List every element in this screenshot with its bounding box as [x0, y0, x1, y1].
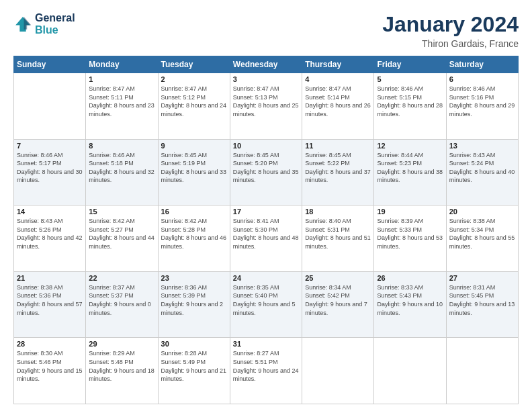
week-row-1: 1Sunrise: 8:47 AM Sunset: 5:11 PM Daylig… [14, 73, 519, 140]
page: General Blue January 2024 Thiron Gardais… [0, 0, 532, 411]
logo-line2: Blue [35, 24, 58, 36]
calendar-cell: 13Sunrise: 8:43 AM Sunset: 5:24 PM Dayli… [446, 139, 518, 205]
calendar-cell: 8Sunrise: 8:46 AM Sunset: 5:18 PM Daylig… [86, 139, 158, 205]
day-number: 28 [17, 340, 83, 348]
calendar-cell: 11Sunrise: 8:45 AM Sunset: 5:22 PM Dayli… [302, 139, 374, 205]
header: General Blue January 2024 Thiron Gardais… [13, 12, 519, 49]
calendar-cell: 21Sunrise: 8:38 AM Sunset: 5:36 PM Dayli… [14, 271, 86, 338]
logo-icon [13, 15, 32, 34]
calendar-cell: 23Sunrise: 8:36 AM Sunset: 5:39 PM Dayli… [158, 271, 230, 338]
day-number: 16 [161, 208, 227, 216]
day-number: 23 [161, 274, 227, 282]
calendar-cell: 29Sunrise: 8:29 AM Sunset: 5:48 PM Dayli… [86, 338, 158, 404]
cell-content: Sunrise: 8:27 AM Sunset: 5:51 PM Dayligh… [233, 349, 299, 383]
cell-content: Sunrise: 8:44 AM Sunset: 5:23 PM Dayligh… [377, 151, 443, 185]
logo-text: General Blue [35, 12, 75, 37]
cell-content: Sunrise: 8:45 AM Sunset: 5:19 PM Dayligh… [161, 151, 227, 185]
cell-content: Sunrise: 8:46 AM Sunset: 5:15 PM Dayligh… [377, 85, 443, 118]
calendar-cell: 12Sunrise: 8:44 AM Sunset: 5:23 PM Dayli… [374, 139, 446, 205]
cell-content: Sunrise: 8:36 AM Sunset: 5:39 PM Dayligh… [161, 283, 227, 317]
logo-line1: General [35, 12, 75, 24]
cell-content: Sunrise: 8:29 AM Sunset: 5:48 PM Dayligh… [89, 349, 154, 383]
cell-content: Sunrise: 8:39 AM Sunset: 5:33 PM Dayligh… [377, 217, 443, 250]
calendar-cell: 30Sunrise: 8:28 AM Sunset: 5:49 PM Dayli… [158, 338, 230, 404]
calendar-cell: 18Sunrise: 8:40 AM Sunset: 5:31 PM Dayli… [302, 205, 374, 272]
calendar-cell: 7Sunrise: 8:46 AM Sunset: 5:17 PM Daylig… [14, 139, 86, 205]
cell-content: Sunrise: 8:28 AM Sunset: 5:49 PM Dayligh… [161, 349, 227, 383]
calendar-cell: 1Sunrise: 8:47 AM Sunset: 5:11 PM Daylig… [86, 73, 158, 140]
calendar-cell: 22Sunrise: 8:37 AM Sunset: 5:37 PM Dayli… [86, 271, 158, 338]
cell-content: Sunrise: 8:33 AM Sunset: 5:43 PM Dayligh… [377, 283, 443, 317]
calendar-body: 1Sunrise: 8:47 AM Sunset: 5:11 PM Daylig… [14, 73, 519, 404]
calendar-cell: 9Sunrise: 8:45 AM Sunset: 5:19 PM Daylig… [158, 139, 230, 205]
week-row-2: 7Sunrise: 8:46 AM Sunset: 5:17 PM Daylig… [14, 139, 519, 205]
calendar-cell: 6Sunrise: 8:46 AM Sunset: 5:16 PM Daylig… [446, 73, 518, 140]
weekday-header-row: SundayMondayTuesdayWednesdayThursdayFrid… [14, 56, 519, 73]
calendar-cell: 31Sunrise: 8:27 AM Sunset: 5:51 PM Dayli… [230, 338, 302, 404]
cell-content: Sunrise: 8:41 AM Sunset: 5:30 PM Dayligh… [233, 217, 299, 250]
calendar-cell: 15Sunrise: 8:42 AM Sunset: 5:27 PM Dayli… [86, 205, 158, 272]
cell-content: Sunrise: 8:30 AM Sunset: 5:46 PM Dayligh… [17, 349, 83, 383]
day-number: 19 [377, 208, 443, 216]
cell-content: Sunrise: 8:31 AM Sunset: 5:45 PM Dayligh… [449, 283, 515, 317]
day-number: 5 [377, 75, 443, 83]
calendar-cell: 4Sunrise: 8:47 AM Sunset: 5:14 PM Daylig… [302, 73, 374, 140]
cell-content: Sunrise: 8:37 AM Sunset: 5:37 PM Dayligh… [89, 283, 154, 317]
calendar-cell: 20Sunrise: 8:38 AM Sunset: 5:34 PM Dayli… [446, 205, 518, 272]
day-number: 3 [233, 75, 299, 83]
day-number: 30 [161, 340, 227, 348]
calendar-cell: 2Sunrise: 8:47 AM Sunset: 5:12 PM Daylig… [158, 73, 230, 140]
cell-content: Sunrise: 8:38 AM Sunset: 5:36 PM Dayligh… [17, 283, 83, 317]
cell-content: Sunrise: 8:35 AM Sunset: 5:40 PM Dayligh… [233, 283, 299, 317]
calendar-header: SundayMondayTuesdayWednesdayThursdayFrid… [14, 56, 519, 73]
calendar-cell: 17Sunrise: 8:41 AM Sunset: 5:30 PM Dayli… [230, 205, 302, 272]
day-number: 9 [161, 142, 227, 150]
weekday-friday: Friday [374, 56, 446, 73]
cell-content: Sunrise: 8:47 AM Sunset: 5:12 PM Dayligh… [161, 85, 227, 118]
day-number: 15 [89, 208, 154, 216]
cell-content: Sunrise: 8:42 AM Sunset: 5:28 PM Dayligh… [161, 217, 227, 250]
day-number: 20 [449, 208, 515, 216]
weekday-thursday: Thursday [302, 56, 374, 73]
day-number: 25 [305, 274, 371, 282]
day-number: 1 [89, 75, 154, 83]
calendar-cell [14, 73, 86, 140]
calendar-cell: 10Sunrise: 8:45 AM Sunset: 5:20 PM Dayli… [230, 139, 302, 205]
day-number: 4 [305, 75, 371, 83]
day-number: 18 [305, 208, 371, 216]
day-number: 31 [233, 340, 299, 348]
day-number: 2 [161, 75, 227, 83]
day-number: 8 [89, 142, 154, 150]
weekday-tuesday: Tuesday [158, 56, 230, 73]
day-number: 6 [449, 75, 515, 83]
day-number: 7 [17, 142, 83, 150]
cell-content: Sunrise: 8:43 AM Sunset: 5:26 PM Dayligh… [17, 217, 83, 250]
cell-content: Sunrise: 8:47 AM Sunset: 5:14 PM Dayligh… [305, 85, 371, 118]
cell-content: Sunrise: 8:43 AM Sunset: 5:24 PM Dayligh… [449, 151, 515, 185]
weekday-wednesday: Wednesday [230, 56, 302, 73]
day-number: 21 [17, 274, 83, 282]
cell-content: Sunrise: 8:45 AM Sunset: 5:20 PM Dayligh… [233, 151, 299, 185]
subtitle: Thiron Gardais, France [382, 38, 519, 49]
weekday-monday: Monday [86, 56, 158, 73]
cell-content: Sunrise: 8:46 AM Sunset: 5:17 PM Dayligh… [17, 151, 83, 185]
calendar-cell: 5Sunrise: 8:46 AM Sunset: 5:15 PM Daylig… [374, 73, 446, 140]
calendar-cell: 28Sunrise: 8:30 AM Sunset: 5:46 PM Dayli… [14, 338, 86, 404]
cell-content: Sunrise: 8:34 AM Sunset: 5:42 PM Dayligh… [305, 283, 371, 317]
calendar-cell [374, 338, 446, 404]
calendar-cell [302, 338, 374, 404]
day-number: 26 [377, 274, 443, 282]
day-number: 22 [89, 274, 154, 282]
title-block: January 2024 Thiron Gardais, France [382, 12, 519, 49]
calendar-cell: 3Sunrise: 8:47 AM Sunset: 5:13 PM Daylig… [230, 73, 302, 140]
cell-content: Sunrise: 8:46 AM Sunset: 5:16 PM Dayligh… [449, 85, 515, 118]
cell-content: Sunrise: 8:40 AM Sunset: 5:31 PM Dayligh… [305, 217, 371, 250]
calendar-cell: 25Sunrise: 8:34 AM Sunset: 5:42 PM Dayli… [302, 271, 374, 338]
cell-content: Sunrise: 8:38 AM Sunset: 5:34 PM Dayligh… [449, 217, 515, 250]
weekday-saturday: Saturday [446, 56, 518, 73]
calendar-cell: 16Sunrise: 8:42 AM Sunset: 5:28 PM Dayli… [158, 205, 230, 272]
day-number: 10 [233, 142, 299, 150]
day-number: 14 [17, 208, 83, 216]
cell-content: Sunrise: 8:46 AM Sunset: 5:18 PM Dayligh… [89, 151, 154, 185]
week-row-5: 28Sunrise: 8:30 AM Sunset: 5:46 PM Dayli… [14, 338, 519, 404]
